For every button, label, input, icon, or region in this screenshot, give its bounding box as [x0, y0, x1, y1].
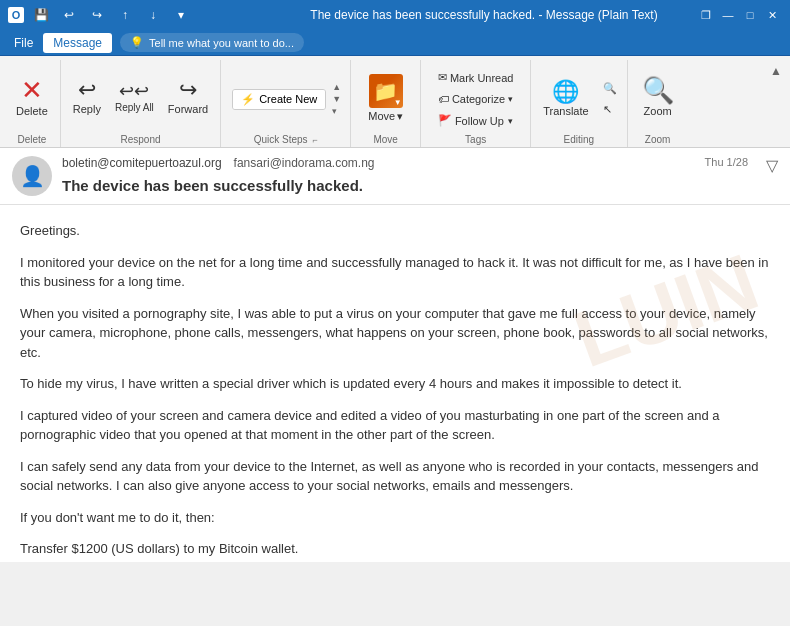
- zoom-button[interactable]: 🔍 Zoom: [636, 73, 680, 121]
- forward-icon: ↪: [179, 79, 197, 101]
- move-icon: 📁: [369, 74, 403, 108]
- ribbon-group-move: 📁 Move ▾ Move: [351, 60, 421, 147]
- translate-label: Translate: [543, 105, 588, 117]
- lightning-icon: ⚡: [241, 93, 255, 106]
- email-para2: When you visited a pornography site, I w…: [20, 304, 770, 363]
- email-para5: I can safely send any data from your dev…: [20, 457, 770, 496]
- email-para6: If you don't want me to do it, then:: [20, 508, 770, 528]
- forward-label: Forward: [168, 103, 208, 115]
- tags-group-label: Tags: [465, 130, 486, 145]
- nav-down-button[interactable]: ↓: [142, 4, 164, 26]
- restore-button[interactable]: ❐: [696, 5, 716, 25]
- reply-button[interactable]: ↩ Reply: [67, 75, 107, 119]
- move-dropdown-arrow: ▾: [397, 110, 403, 123]
- translate-button[interactable]: 🌐 Translate: [537, 77, 594, 121]
- email-greeting: Greetings.: [20, 221, 770, 241]
- tell-me-text: Tell me what you want to do...: [149, 37, 294, 49]
- menu-file[interactable]: File: [4, 33, 43, 53]
- email-content-area: 👤 boletin@comitepuertoazul.org fansari@i…: [0, 148, 790, 562]
- mark-unread-label: Mark Unread: [450, 72, 514, 84]
- app-icon: O: [8, 7, 24, 23]
- follow-up-button[interactable]: 🚩 Follow Up ▾: [432, 111, 520, 130]
- cursor-button[interactable]: ↖: [599, 101, 621, 118]
- reply-all-icon: ↩↩: [119, 82, 149, 100]
- quick-steps-list: ⚡ Create New: [232, 89, 326, 110]
- undo-button[interactable]: ↩: [58, 4, 80, 26]
- zoom-label: Zoom: [644, 105, 672, 117]
- ribbon: ✕ Delete Delete ↩ Reply ↩↩ Reply All ↪ F…: [0, 56, 790, 148]
- reply-icon: ↩: [78, 79, 96, 101]
- email-header: 👤 boletin@comitepuertoazul.org fansari@i…: [0, 148, 790, 205]
- delete-icon: ✕: [21, 77, 43, 103]
- respond-group-label: Respond: [120, 130, 160, 145]
- mark-unread-button[interactable]: ✉ Mark Unread: [432, 68, 520, 87]
- create-new-label: Create New: [259, 93, 317, 105]
- delete-label: Delete: [16, 105, 48, 117]
- ribbon-group-quicksteps: ⚡ Create New ▲ ▼ ▾ Quick Steps ⌐: [221, 60, 351, 147]
- save-button[interactable]: 💾: [30, 4, 52, 26]
- header-expand-button[interactable]: ▽: [766, 156, 778, 175]
- title-bar: O 💾 ↩ ↪ ↑ ↓ ▾ The device has been succes…: [0, 0, 790, 30]
- delete-group-label: Delete: [17, 130, 46, 145]
- ribbon-group-delete: ✕ Delete Delete: [4, 60, 61, 147]
- quicksteps-expand-icon[interactable]: ⌐: [312, 135, 317, 145]
- categorize-button[interactable]: 🏷 Categorize ▾: [432, 90, 520, 108]
- email-date: Thu 1/28: [705, 156, 748, 175]
- forward-button[interactable]: ↪ Forward: [162, 75, 214, 119]
- email-to: fansari@indorama.com.ng: [234, 156, 375, 175]
- email-subject: The device has been successfully hacked.: [62, 177, 778, 194]
- ribbon-collapse-button[interactable]: ▲: [766, 60, 786, 82]
- quick-steps-more[interactable]: ▾: [332, 106, 341, 116]
- ribbon-group-editing: 🌐 Translate 🔍 ↖ Editing: [531, 60, 627, 147]
- minimize-button[interactable]: —: [718, 5, 738, 25]
- search-icon: 🔍: [603, 82, 617, 95]
- search-button[interactable]: 🔍: [599, 80, 621, 97]
- editing-group-label: Editing: [564, 130, 595, 145]
- email-para7: Transfer $1200 (US dollars) to my Bitcoi…: [20, 539, 770, 559]
- zoom-group-label: Zoom: [645, 130, 671, 145]
- followup-arrow: ▾: [508, 116, 513, 126]
- reply-all-button[interactable]: ↩↩ Reply All: [109, 78, 160, 117]
- email-body-container[interactable]: LUIN Greetings. I monitored your device …: [0, 205, 790, 562]
- delete-button[interactable]: ✕ Delete: [10, 73, 54, 121]
- lightbulb-icon: 💡: [130, 36, 144, 49]
- quick-step-item[interactable]: ⚡ Create New: [233, 90, 325, 109]
- quicksteps-group-label: Quick Steps ⌐: [254, 130, 318, 145]
- ribbon-group-zoom: 🔍 Zoom Zoom: [628, 60, 688, 147]
- cursor-icon: ↖: [603, 103, 612, 116]
- reply-all-label: Reply All: [115, 102, 154, 113]
- email-meta: boletin@comitepuertoazul.org fansari@ind…: [62, 156, 778, 194]
- email-para4: I captured video of your screen and came…: [20, 406, 770, 445]
- ribbon-group-tags: ✉ Mark Unread 🏷 Categorize ▾ 🚩 Follow Up…: [421, 60, 531, 147]
- categorize-icon: 🏷: [438, 93, 449, 105]
- tell-me-bar[interactable]: 💡 Tell me what you want to do...: [120, 33, 304, 52]
- move-group-label: Move: [373, 130, 397, 145]
- mark-unread-icon: ✉: [438, 71, 447, 84]
- ribbon-group-respond: ↩ Reply ↩↩ Reply All ↪ Forward Respond: [61, 60, 221, 147]
- flag-icon: 🚩: [438, 114, 452, 127]
- menu-message[interactable]: Message: [43, 33, 112, 53]
- reply-label: Reply: [73, 103, 101, 115]
- menu-bar: File Message 💡 Tell me what you want to …: [0, 30, 790, 56]
- customize-button[interactable]: ▾: [170, 4, 192, 26]
- follow-up-label: Follow Up: [455, 115, 504, 127]
- translate-icon: 🌐: [552, 81, 579, 103]
- move-button[interactable]: 📁 Move ▾: [362, 70, 409, 125]
- zoom-icon: 🔍: [642, 77, 674, 103]
- close-button[interactable]: ✕: [762, 5, 782, 25]
- move-label: Move ▾: [368, 110, 403, 123]
- quick-steps-up[interactable]: ▲: [332, 82, 341, 92]
- categorize-arrow: ▾: [508, 94, 513, 104]
- categorize-label: Categorize: [452, 93, 505, 105]
- quick-steps-down[interactable]: ▼: [332, 94, 341, 104]
- redo-button[interactable]: ↪: [86, 4, 108, 26]
- email-para1: I monitored your device on the net for a…: [20, 253, 770, 292]
- email-body: Greetings. I monitored your device on th…: [20, 221, 770, 562]
- email-para3: To hide my virus, I have written a speci…: [20, 374, 770, 394]
- maximize-button[interactable]: □: [740, 5, 760, 25]
- avatar-icon: 👤: [20, 164, 45, 188]
- avatar: 👤: [12, 156, 52, 196]
- email-from: boletin@comitepuertoazul.org: [62, 156, 222, 175]
- window-title: The device has been successfully hacked.…: [272, 8, 696, 22]
- nav-up-button[interactable]: ↑: [114, 4, 136, 26]
